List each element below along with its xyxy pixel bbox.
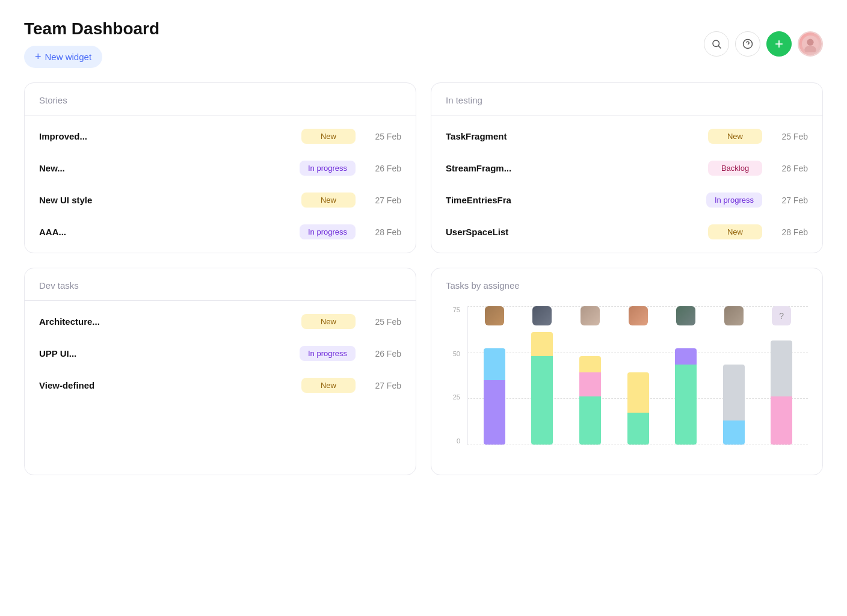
bar-segment	[723, 420, 745, 445]
bar-group: ?	[760, 306, 803, 445]
svg-point-0	[713, 40, 719, 47]
bar-segment	[579, 396, 601, 445]
task-name: New UI style	[39, 195, 292, 205]
table-row[interactable]: Improved... New 25 Feb	[25, 120, 416, 152]
header-left: Team Dashboard + New widget	[24, 19, 159, 68]
page-title: Team Dashboard	[24, 19, 159, 38]
dashboard-grid: Stories Improved... New 25 Feb New... In…	[24, 82, 823, 475]
bar-segment	[531, 356, 553, 445]
bar-avatar	[581, 306, 600, 325]
task-name: Architecture...	[39, 316, 292, 327]
task-date: 25 Feb	[365, 132, 401, 141]
task-name: UPP UI...	[39, 348, 290, 359]
bar-avatar	[532, 306, 552, 325]
table-row[interactable]: View-defined New 27 Feb	[25, 369, 416, 401]
y-axis-label: 0	[457, 437, 460, 445]
search-button[interactable]	[704, 31, 729, 57]
task-date: 27 Feb	[365, 381, 401, 390]
page-header: Team Dashboard + New widget +	[24, 19, 823, 68]
table-row[interactable]: TaskFragment New 25 Feb	[431, 120, 822, 152]
status-badge: In progress	[706, 192, 762, 208]
bar-avatar	[629, 306, 648, 325]
table-row[interactable]: New... In progress 26 Feb	[25, 152, 416, 184]
bar-segment	[627, 372, 649, 413]
stories-header: Stories	[25, 83, 416, 116]
status-badge: New	[301, 192, 356, 208]
help-button[interactable]	[735, 31, 760, 57]
bar-group	[521, 306, 564, 445]
bar-group	[568, 306, 612, 445]
in-testing-body: TaskFragment New 25 Feb StreamFragm... B…	[431, 116, 822, 253]
task-name: View-defined	[39, 380, 292, 390]
status-badge: Backlog	[708, 161, 762, 176]
task-date: 28 Feb	[365, 227, 401, 237]
status-badge: New	[708, 129, 762, 144]
table-row[interactable]: New UI style New 27 Feb	[25, 184, 416, 216]
bar-segment	[771, 340, 792, 396]
dev-tasks-widget: Dev tasks Architecture... New 25 Feb UPP…	[24, 268, 416, 475]
status-badge: New	[301, 314, 356, 329]
bar-group	[664, 306, 707, 445]
task-name: TaskFragment	[446, 131, 698, 141]
bar-avatar	[485, 306, 504, 325]
stories-body: Improved... New 25 Feb New... In progres…	[25, 116, 416, 253]
task-name: New...	[39, 163, 290, 173]
search-icon	[711, 38, 722, 49]
bar-segment	[723, 365, 745, 420]
bar-group	[473, 306, 516, 445]
help-icon	[742, 38, 753, 49]
bar-segment	[484, 348, 505, 380]
table-row[interactable]: AAA... In progress 28 Feb	[25, 216, 416, 248]
table-row[interactable]: TimeEntriesFra In progress 27 Feb	[431, 184, 822, 216]
status-badge: In progress	[300, 224, 356, 239]
user-avatar	[799, 32, 822, 55]
bar-group	[617, 306, 660, 445]
dev-tasks-body: Architecture... New 25 Feb UPP UI... In …	[25, 301, 416, 406]
task-date: 26 Feb	[365, 349, 401, 359]
bar-segment	[579, 372, 601, 396]
svg-point-5	[807, 38, 813, 45]
status-badge: In progress	[300, 346, 356, 361]
status-badge: New	[301, 129, 356, 144]
plus-icon: +	[35, 51, 42, 63]
task-date: 27 Feb	[772, 196, 808, 205]
task-name: TimeEntriesFra	[446, 195, 697, 205]
bar-avatar: ?	[772, 306, 791, 325]
user-avatar-button[interactable]	[798, 31, 823, 57]
task-date: 25 Feb	[772, 132, 808, 141]
bar-segment	[675, 365, 697, 445]
add-icon: +	[775, 37, 783, 51]
bar-group	[712, 306, 756, 445]
y-axis-label: 50	[453, 350, 460, 357]
in-testing-header: In testing	[431, 83, 822, 116]
task-date: 26 Feb	[772, 164, 808, 173]
table-row[interactable]: UPP UI... In progress 26 Feb	[25, 337, 416, 369]
table-row[interactable]: StreamFragm... Backlog 26 Feb	[431, 152, 822, 184]
tasks-by-assignee-widget: Tasks by assignee 7550250 ?	[431, 268, 823, 475]
chart-header: Tasks by assignee	[431, 268, 822, 300]
y-axis-label: 25	[453, 393, 460, 401]
bar-segment	[627, 413, 649, 445]
y-axis: 7550250	[446, 306, 464, 445]
chart-area: 7550250 ?	[431, 300, 822, 475]
new-widget-label: New widget	[45, 52, 92, 62]
task-date: 27 Feb	[365, 196, 401, 205]
stories-widget: Stories Improved... New 25 Feb New... In…	[24, 82, 416, 253]
new-widget-button[interactable]: + New widget	[24, 46, 102, 68]
table-row[interactable]: UserSpaceList New 28 Feb	[431, 216, 822, 248]
bar-segment	[579, 356, 601, 372]
bar-segment	[531, 332, 553, 356]
grid-line	[467, 445, 808, 445]
add-button[interactable]: +	[766, 31, 792, 57]
task-name: StreamFragm...	[446, 163, 698, 173]
task-name: UserSpaceList	[446, 227, 698, 237]
bar-segment	[484, 380, 505, 445]
header-right: +	[704, 31, 823, 57]
table-row[interactable]: Architecture... New 25 Feb	[25, 306, 416, 337]
in-testing-widget: In testing TaskFragment New 25 Feb Strea…	[431, 82, 823, 253]
bar-segment	[675, 348, 697, 365]
svg-line-1	[718, 46, 721, 48]
bar-segment	[771, 396, 792, 445]
task-name: AAA...	[39, 227, 290, 237]
bar-avatar	[676, 306, 695, 325]
